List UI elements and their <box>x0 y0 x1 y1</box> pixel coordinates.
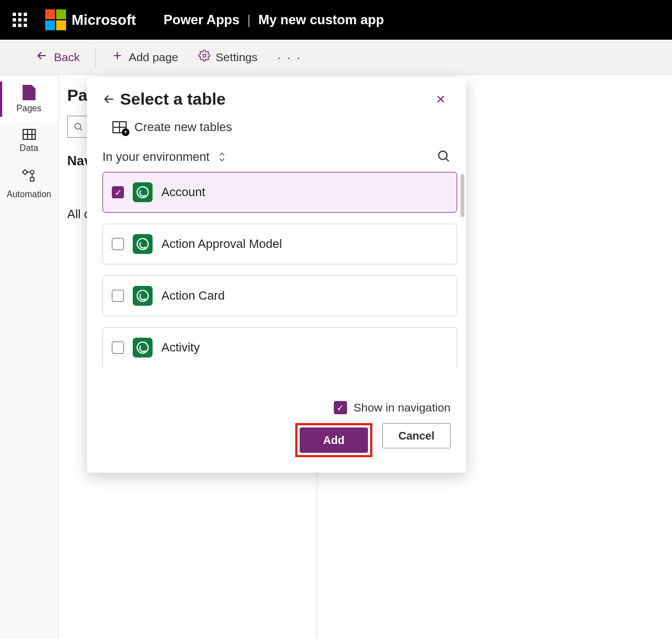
dataverse-icon <box>133 338 153 358</box>
select-table-dialog: Select a table + Create new tables In yo… <box>87 77 466 473</box>
add-button[interactable]: Add <box>300 427 368 453</box>
dialog-close-button[interactable] <box>431 89 451 109</box>
checkbox-checked-icon[interactable]: ✓ <box>112 186 124 198</box>
table-option-account[interactable]: ✓ Account <box>102 172 457 213</box>
arrow-left-icon <box>102 92 116 106</box>
rail-automation-label: Automation <box>7 189 51 199</box>
dialog-title: Select a table <box>120 90 226 109</box>
app-header: Microsoft Power Apps | My new custom app <box>0 0 672 40</box>
search-icon <box>73 122 83 132</box>
sort-toggle-button[interactable] <box>217 151 227 163</box>
create-new-label: Create new tables <box>134 120 232 134</box>
svg-point-5 <box>438 151 447 159</box>
settings-button[interactable]: Settings <box>191 45 265 69</box>
svg-point-2 <box>30 170 34 174</box>
header-breadcrumb: Power Apps | My new custom app <box>164 12 384 28</box>
tutorial-highlight: Add <box>295 423 372 457</box>
more-button[interactable]: · · · <box>270 46 310 68</box>
table-icon <box>23 129 36 140</box>
table-option-action-approval-model[interactable]: Action Approval Model <box>102 224 457 264</box>
table-list: ✓ Account Action Approval Model Action C… <box>87 172 466 393</box>
rail-pages-label: Pages <box>17 104 41 113</box>
svg-rect-1 <box>22 170 27 175</box>
cancel-button[interactable]: Cancel <box>382 423 451 448</box>
flow-icon <box>22 169 36 186</box>
search-icon <box>436 149 451 163</box>
table-plus-icon: + <box>112 121 127 133</box>
dataverse-icon <box>133 182 153 202</box>
product-label[interactable]: Power Apps <box>164 12 240 28</box>
table-label: Action Approval Model <box>161 237 282 251</box>
svg-point-0 <box>203 54 206 57</box>
microsoft-icon <box>45 9 66 30</box>
dialog-button-row: Add Cancel <box>295 423 451 457</box>
command-bar: Back Add page Settings · · · <box>0 40 672 75</box>
left-rail: Pages Data Automation <box>0 75 58 639</box>
microsoft-logo[interactable]: Microsoft <box>45 9 136 30</box>
table-search-button[interactable] <box>436 149 451 165</box>
chevron-up-down-icon <box>217 151 227 163</box>
table-label: Account <box>161 185 205 199</box>
dialog-back-button[interactable] <box>99 89 119 109</box>
checkbox-checked-icon: ✓ <box>334 401 347 414</box>
brand-label: Microsoft <box>72 12 136 29</box>
checkbox-unchecked-icon[interactable] <box>112 290 124 302</box>
scrollbar-thumb[interactable] <box>460 174 464 217</box>
checkbox-unchecked-icon[interactable] <box>112 238 124 250</box>
arrow-left-icon <box>35 49 48 65</box>
settings-label: Settings <box>216 51 258 64</box>
table-option-action-card[interactable]: Action Card <box>102 275 457 316</box>
app-launcher-button[interactable] <box>0 0 40 40</box>
dataverse-icon <box>133 234 153 254</box>
dialog-footer: ✓ Show in navigation Add Cancel <box>87 393 466 473</box>
table-label: Activity <box>161 340 200 355</box>
add-page-label: Add page <box>129 51 178 64</box>
dialog-header: Select a table <box>87 77 466 115</box>
app-title-label: My new custom app <box>258 12 384 28</box>
back-label: Back <box>54 51 80 64</box>
rail-item-data[interactable]: Data <box>0 121 58 161</box>
checkbox-unchecked-icon[interactable] <box>112 342 124 354</box>
show-in-navigation-toggle[interactable]: ✓ Show in navigation <box>334 401 451 414</box>
back-button[interactable]: Back <box>28 45 88 69</box>
svg-point-4 <box>75 123 81 129</box>
waffle-icon <box>13 13 27 27</box>
separator <box>95 47 96 67</box>
svg-rect-3 <box>30 177 34 181</box>
breadcrumb-separator: | <box>247 12 251 28</box>
rail-item-pages[interactable]: Pages <box>0 77 58 121</box>
add-page-button[interactable]: Add page <box>104 45 186 69</box>
environment-row: In your environment <box>87 145 466 172</box>
page-icon <box>23 85 36 100</box>
environment-label: In your environment <box>102 150 209 164</box>
rail-data-label: Data <box>20 143 39 153</box>
rail-item-automation[interactable]: Automation <box>0 161 58 207</box>
table-option-activity[interactable]: Activity <box>102 327 457 367</box>
create-new-tables-button[interactable]: + Create new tables <box>87 115 466 145</box>
dataverse-icon <box>133 286 153 306</box>
show-nav-label: Show in navigation <box>354 401 451 414</box>
close-icon <box>435 93 447 105</box>
table-label: Action Card <box>161 289 225 303</box>
plus-icon <box>111 50 123 65</box>
gear-icon <box>198 50 210 65</box>
ellipsis-icon: · · · <box>278 51 302 64</box>
